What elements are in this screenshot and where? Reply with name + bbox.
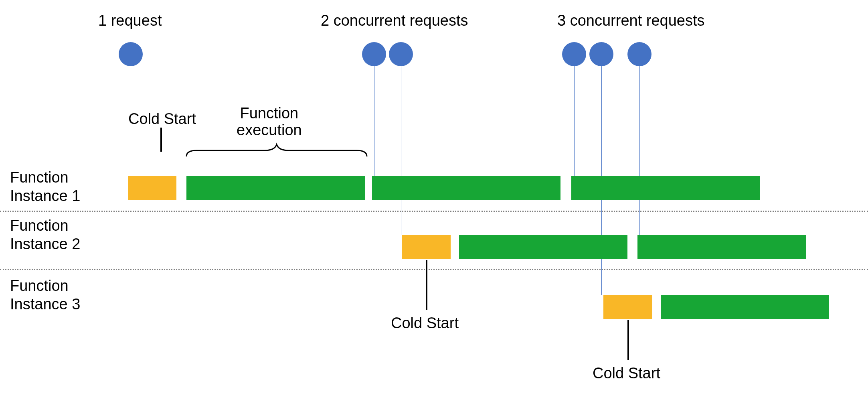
header-1-request: 1 request xyxy=(98,12,162,29)
request-dot-icon xyxy=(562,42,586,66)
request-dot-icon xyxy=(589,42,613,66)
execution-bar xyxy=(372,176,560,200)
function-execution-label-line2: execution xyxy=(237,122,302,138)
row-label-line: Function xyxy=(10,217,69,234)
execution-bar xyxy=(571,176,760,200)
header-2-concurrent: 2 concurrent requests xyxy=(321,12,468,29)
request-dot-icon xyxy=(362,42,386,66)
function-execution-label-line1: Function xyxy=(240,105,298,122)
curly-brace-icon xyxy=(184,142,369,158)
tick-line xyxy=(627,320,629,360)
row-label-line: Function xyxy=(10,277,69,294)
row-label-instance-1: Function Instance 1 xyxy=(10,169,80,205)
guide-line xyxy=(574,66,575,176)
cold-start-label-3: Cold Start xyxy=(593,365,660,382)
row-label-instance-2: Function Instance 2 xyxy=(10,217,80,253)
cold-start-bar xyxy=(402,235,451,259)
row-divider xyxy=(0,211,868,212)
row-label-instance-3: Function Instance 3 xyxy=(10,277,80,313)
row-divider xyxy=(0,269,868,270)
row-label-line: Function xyxy=(10,169,69,186)
row-label-line: Instance 1 xyxy=(10,187,80,204)
execution-bar xyxy=(186,176,365,200)
request-dot-icon xyxy=(627,42,652,66)
guide-line xyxy=(639,66,640,235)
row-label-line: Instance 3 xyxy=(10,296,80,313)
execution-bar xyxy=(637,235,806,259)
execution-bar xyxy=(459,235,627,259)
diagram-canvas: 1 request 2 concurrent requests 3 concur… xyxy=(0,0,868,396)
tick-line xyxy=(160,128,162,152)
request-dot-icon xyxy=(119,42,143,66)
function-execution-label: Function execution xyxy=(237,105,302,139)
cold-start-label-1: Cold Start xyxy=(128,111,196,128)
cold-start-bar xyxy=(128,176,176,200)
guide-line xyxy=(374,66,374,176)
cold-start-label-2: Cold Start xyxy=(391,315,459,332)
cold-start-bar xyxy=(603,295,652,319)
tick-line xyxy=(426,260,427,310)
row-label-line: Instance 2 xyxy=(10,236,80,252)
guide-line xyxy=(401,66,401,235)
request-dot-icon xyxy=(389,42,413,66)
execution-bar xyxy=(661,295,829,319)
header-3-concurrent: 3 concurrent requests xyxy=(557,12,705,29)
